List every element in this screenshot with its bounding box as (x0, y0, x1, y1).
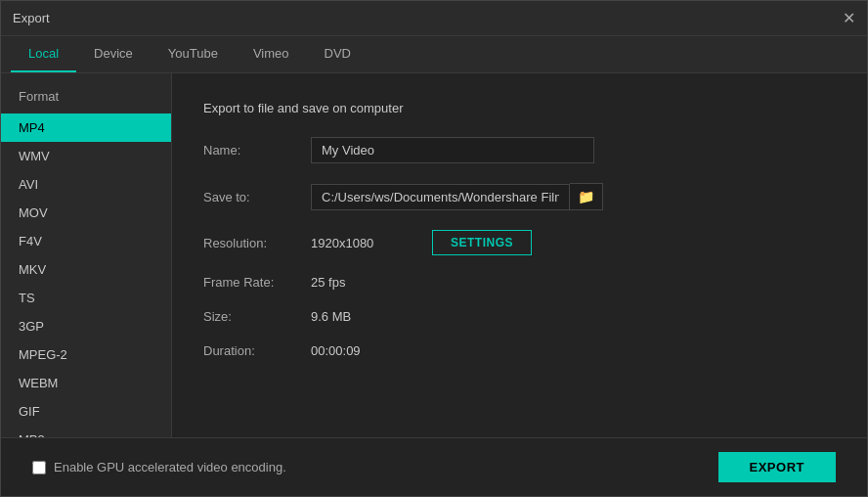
name-label: Name: (203, 143, 311, 158)
sidebar-item-mp3[interactable]: MP3 (1, 426, 171, 437)
sidebar-item-mp4[interactable]: MP4 (1, 113, 171, 142)
format-sidebar: Format MP4 WMV AVI MOV F4V MKV TS 3GP MP… (1, 73, 172, 437)
saveto-row: Save to: 📁 (203, 183, 836, 210)
settings-button[interactable]: SETTINGS (432, 230, 532, 255)
tab-youtube[interactable]: YouTube (151, 36, 236, 72)
duration-label: Duration: (203, 343, 311, 358)
gpu-checkbox[interactable] (32, 461, 46, 474)
sidebar-item-avi[interactable]: AVI (1, 170, 171, 199)
saveto-field-group: 📁 (311, 183, 603, 210)
tab-dvd[interactable]: DVD (307, 36, 369, 72)
content-title: Export to file and save on computer (203, 101, 836, 115)
tab-local[interactable]: Local (11, 36, 76, 72)
size-label: Size: (203, 309, 311, 324)
export-content: Export to file and save on computer Name… (172, 73, 867, 437)
close-button[interactable]: ✕ (843, 11, 855, 26)
sidebar-item-gif[interactable]: GIF (1, 397, 171, 426)
tab-vimeo[interactable]: Vimeo (236, 36, 307, 72)
bottom-bar: Enable GPU accelerated video encoding. E… (1, 437, 867, 496)
size-row: Size: 9.6 MB (203, 309, 836, 324)
saveto-label: Save to: (203, 190, 311, 204)
folder-icon: 📁 (578, 189, 594, 204)
resolution-group: 1920x1080 SETTINGS (311, 230, 532, 255)
browse-folder-button[interactable]: 📁 (570, 183, 603, 210)
window-title: Export (13, 11, 50, 25)
export-window: Export ✕ Local Device YouTube Vimeo DVD … (0, 0, 868, 497)
sidebar-item-webm[interactable]: WEBM (1, 369, 171, 397)
duration-value: 00:00:09 (311, 343, 361, 358)
framerate-row: Frame Rate: 25 fps (203, 275, 836, 290)
sidebar-item-ts[interactable]: TS (1, 284, 171, 312)
sidebar-item-f4v[interactable]: F4V (1, 227, 171, 255)
name-row: Name: (203, 137, 836, 163)
format-header: Format (1, 83, 171, 110)
name-input[interactable] (311, 137, 594, 163)
export-button[interactable]: EXPORT (718, 452, 836, 482)
title-bar: Export ✕ (1, 1, 867, 36)
sidebar-item-mpeg2[interactable]: MPEG-2 (1, 340, 171, 369)
main-area: Format MP4 WMV AVI MOV F4V MKV TS 3GP MP… (1, 73, 867, 437)
framerate-label: Frame Rate: (203, 275, 311, 290)
sidebar-item-mkv[interactable]: MKV (1, 255, 171, 284)
sidebar-item-3gp[interactable]: 3GP (1, 312, 171, 340)
duration-row: Duration: 00:00:09 (203, 343, 836, 358)
gpu-label-text: Enable GPU accelerated video encoding. (54, 460, 286, 474)
resolution-label: Resolution: (203, 236, 311, 250)
sidebar-item-wmv[interactable]: WMV (1, 142, 171, 170)
tab-bar: Local Device YouTube Vimeo DVD (1, 36, 867, 73)
resolution-value: 1920x1080 (311, 236, 409, 250)
gpu-option[interactable]: Enable GPU accelerated video encoding. (32, 460, 286, 474)
saveto-input[interactable] (311, 184, 570, 210)
size-value: 9.6 MB (311, 309, 351, 324)
framerate-value: 25 fps (311, 275, 345, 290)
tab-device[interactable]: Device (76, 36, 151, 72)
resolution-row: Resolution: 1920x1080 SETTINGS (203, 230, 836, 255)
sidebar-item-mov[interactable]: MOV (1, 199, 171, 227)
